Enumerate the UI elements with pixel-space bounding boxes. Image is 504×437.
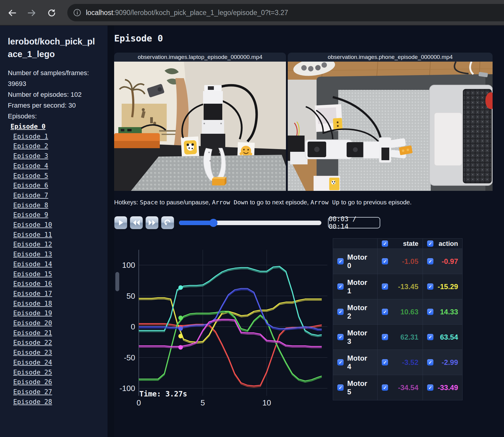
motor-row: ✓Motor 1✓-13.45✓-15.29 — [333, 274, 463, 299]
current-time-marker — [178, 345, 183, 350]
stat-samples: Number of samples/frames: 39693 — [8, 68, 102, 89]
sidebar-episode-link[interactable]: Episode 11 — [13, 230, 52, 240]
series-state-Motor 0 — [139, 325, 322, 387]
motor-checkbox[interactable]: ✓ — [337, 258, 344, 264]
back-icon[interactable] — [7, 8, 17, 18]
current-time-marker — [178, 316, 183, 320]
browser-chrome: localhost:9090/lerobot/koch_pick_place_1… — [0, 0, 504, 26]
action-checkbox[interactable]: ✓ — [427, 384, 433, 391]
motor-label: Motor 5 — [347, 379, 373, 396]
sidebar-episode-link[interactable]: Episode 9 — [13, 210, 48, 220]
x-tick-label: 10 — [263, 398, 271, 407]
sidebar-episode-link[interactable]: Episode 20 — [13, 318, 52, 328]
table-header-action: ✓action — [423, 239, 463, 249]
motor-name-cell: ✓Motor 4 — [333, 350, 378, 375]
x-tick-label: 5 — [201, 398, 205, 407]
sidebar-episode-link[interactable]: Episode 15 — [13, 269, 52, 279]
motor-row: ✓Motor 4✓-3.52✓-2.99 — [333, 350, 463, 375]
motor-checkbox[interactable]: ✓ — [337, 283, 344, 290]
hotkey-key: Arrow Up — [311, 199, 339, 206]
sidebar-episode-link[interactable]: Episode 13 — [13, 249, 52, 259]
state-checkbox[interactable]: ✓ — [382, 309, 388, 315]
action-checkbox[interactable]: ✓ — [427, 359, 433, 365]
sidebar-episode-link[interactable]: Episode 12 — [13, 240, 52, 249]
column-checkbox-action[interactable]: ✓ — [427, 240, 433, 247]
state-checkbox[interactable]: ✓ — [382, 359, 388, 365]
state-cell: ✓-1.05 — [378, 249, 423, 274]
sidebar-episode-link[interactable]: Episode 18 — [13, 299, 52, 309]
sidebar-episode-link[interactable]: Episode 21 — [13, 328, 52, 338]
site-info-icon[interactable] — [73, 9, 81, 17]
sidebar-episode-link[interactable]: Episode 7 — [13, 191, 48, 200]
sidebar-episode-link[interactable]: Episode 10 — [13, 220, 52, 230]
forward-icon[interactable] — [26, 8, 37, 18]
sidebar-episode-link[interactable]: Episode 5 — [13, 171, 48, 181]
sidebar-episode-link[interactable]: Episode 25 — [13, 368, 52, 377]
sidebar-episode-link[interactable]: Episode 0 — [11, 122, 46, 132]
reload-icon[interactable] — [47, 8, 57, 18]
rewind-button[interactable] — [130, 216, 143, 229]
y-tick-label: 0 — [131, 322, 135, 331]
motor-label: Motor 3 — [347, 329, 373, 346]
motor-checkbox[interactable]: ✓ — [337, 384, 344, 391]
action-value: -15.29 — [438, 283, 458, 291]
fast-forward-button[interactable] — [145, 216, 159, 229]
action-checkbox[interactable]: ✓ — [427, 334, 433, 340]
stat-episodes: Number of episodes: 102 — [8, 89, 102, 100]
url-host: localhost — [86, 9, 113, 17]
motor-table: ✓state✓action✓Motor 0✓-1.05✓-0.97✓Motor … — [333, 238, 463, 400]
column-checkbox-state[interactable]: ✓ — [382, 240, 388, 247]
action-value: -2.99 — [442, 358, 458, 367]
state-value: -13.45 — [398, 283, 418, 291]
current-time-marker — [178, 326, 183, 331]
time-display: 00:03 / 00:14 — [328, 217, 380, 228]
video-phone[interactable] — [288, 62, 493, 191]
emoji-card-panda — [181, 136, 199, 158]
sidebar-episode-link[interactable]: Episode 8 — [13, 200, 48, 210]
sidebar-episode-link[interactable]: Episode 26 — [13, 377, 52, 387]
sidebar-episode-link[interactable]: Episode 24 — [13, 358, 52, 368]
play-button[interactable] — [114, 216, 127, 229]
state-checkbox[interactable]: ✓ — [382, 283, 388, 290]
episode-list: Episode 0Episode 1Episode 2Episode 3Epis… — [13, 122, 52, 407]
sidebar-episode-link[interactable]: Episode 3 — [13, 151, 48, 161]
state-cell: ✓-34.54 — [378, 375, 423, 400]
episodes-heading: Episodes: — [8, 111, 102, 122]
state-checkbox[interactable]: ✓ — [382, 258, 388, 264]
loop-button[interactable] — [161, 216, 174, 229]
sidebar-episode-link[interactable]: Episode 6 — [13, 181, 48, 191]
laptop-graphic — [430, 85, 493, 185]
video-laptop[interactable] — [114, 62, 286, 191]
motor-checkbox[interactable]: ✓ — [337, 309, 344, 315]
sidebar-episode-link[interactable]: Episode 2 — [13, 141, 48, 151]
motor-name-cell: ✓Motor 2 — [333, 299, 378, 325]
sidebar-episode-link[interactable]: Episode 28 — [13, 397, 52, 407]
state-checkbox[interactable]: ✓ — [382, 384, 388, 391]
motor-row: ✓Motor 0✓-1.05✓-0.97 — [333, 249, 463, 274]
action-checkbox[interactable]: ✓ — [427, 258, 433, 264]
sidebar-episode-link[interactable]: Episode 22 — [13, 338, 52, 348]
sidebar-episode-link[interactable]: Episode 19 — [13, 308, 52, 318]
action-checkbox[interactable]: ✓ — [427, 283, 433, 290]
state-checkbox[interactable]: ✓ — [382, 334, 388, 340]
seek-slider-thumb[interactable] — [209, 219, 217, 227]
motor-checkbox[interactable]: ✓ — [337, 359, 344, 365]
video-title-laptop: observation.images.laptop_episode_000000… — [114, 53, 286, 62]
motor-chart[interactable]: 100500-50-1000510 — [114, 238, 333, 408]
sidebar-episode-link[interactable]: Episode 16 — [13, 279, 52, 289]
url-bar[interactable]: localhost:9090/lerobot/koch_pick_place_1… — [67, 4, 504, 21]
sidebar-episode-link[interactable]: Episode 1 — [13, 132, 48, 142]
dataset-stats: Number of samples/frames: 39693 Number o… — [8, 68, 102, 122]
sidebar-episode-link[interactable]: Episode 4 — [13, 161, 48, 171]
url-path: :9090/lerobot/koch_pick_place_1_lego/epi… — [113, 9, 288, 17]
motor-label: Motor 2 — [347, 304, 373, 320]
table-header-state: ✓state — [378, 239, 423, 249]
hotkeys-segment: to go to previous episode. — [339, 199, 411, 206]
action-checkbox[interactable]: ✓ — [427, 309, 433, 315]
motor-checkbox[interactable]: ✓ — [337, 334, 344, 340]
sidebar-episode-link[interactable]: Episode 27 — [13, 387, 52, 397]
sidebar-episode-link[interactable]: Episode 17 — [13, 289, 52, 299]
sidebar-episode-link[interactable]: Episode 23 — [13, 348, 52, 358]
sidebar-episode-link[interactable]: Episode 14 — [13, 259, 52, 269]
scrollbar-thumb[interactable] — [115, 272, 119, 291]
